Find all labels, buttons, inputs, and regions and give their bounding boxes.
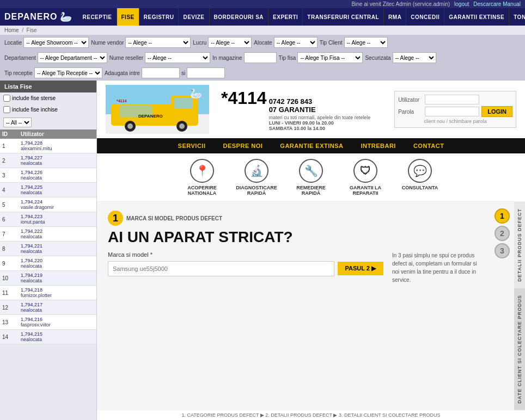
login-user-input[interactable] (425, 95, 479, 104)
site-nav-item-intrebari[interactable]: INTREBARI (352, 138, 405, 153)
nav-item-receptie[interactable]: RECEPTIE (78, 8, 117, 26)
all-select[interactable]: -- All -- (3, 118, 32, 127)
logo: DEPANERO 🦢 (4, 11, 72, 23)
row-index: 7 (2, 231, 19, 237)
filter-adaugata: Adaugata intre si (105, 67, 225, 78)
row-id-link[interactable]: 1,794,223 (21, 214, 42, 219)
row-id-link[interactable]: 1,794,219 (21, 273, 42, 278)
filter-in-magazine-input[interactable] (244, 52, 277, 63)
table-row[interactable]: 2 1,794,227 nealocata (0, 153, 96, 168)
filter-departament-select[interactable]: -- Alege Departament -- (38, 52, 107, 63)
left-panel: Lista Fise include fise sterse include f… (0, 81, 97, 420)
filter-lucru-label: Lucru (193, 40, 206, 46)
row-id-link[interactable]: 1,794,215 (21, 331, 42, 337)
login-pass-input[interactable] (425, 107, 479, 116)
svg-text:DEPANERO: DEPANERO (138, 114, 163, 119)
filter-tip-fisa-label: Tip fisa (279, 55, 296, 61)
include-inchise-check[interactable]: include fise inchise (3, 106, 58, 113)
step-circle-3: 3 (495, 243, 510, 258)
site-nav-item-garantie-extinsa[interactable]: GARANTIE EXTINSA (271, 138, 352, 153)
service-icon-circle: 💬 (408, 159, 432, 183)
row-id-link[interactable]: 1,794,228 (21, 140, 42, 146)
row-id-link[interactable]: 1,794,225 (21, 184, 42, 190)
filter-num-vendor-select[interactable]: -- Alege -- (125, 37, 191, 48)
service-icon-item: 🛡 GARANTII LAREPARATII (344, 159, 387, 196)
table-row[interactable]: 5 1,794,224 vasile.dragomir (0, 197, 96, 212)
table-row[interactable]: 14 1,794,215 nealocata (0, 330, 96, 344)
row-user-text: furnizor.plotter (21, 293, 52, 298)
table-row[interactable]: 13 1,794,216 fasprosv.viitor (0, 315, 96, 330)
filter-tip-client-select[interactable]: -- Alege -- (344, 37, 388, 48)
step-headline: AI UN APARAT STRICAT? (108, 229, 479, 246)
nav-item-experti[interactable]: EXPERTI (268, 8, 303, 26)
filter-num-reseller: Nume reseller -- Alege -- (109, 52, 210, 63)
nav-item-fise[interactable]: FISE (117, 8, 139, 26)
nav-item-transferuri central[interactable]: TRANSFERURI CENTRAL (303, 8, 384, 26)
row-id-link[interactable]: 1,794,216 (21, 317, 42, 322)
nav-item-devize[interactable]: DEVIZE (179, 8, 209, 26)
manual-link[interactable]: Descarcare Manual (473, 1, 521, 7)
row-id-link[interactable]: 1,794,217 (21, 302, 42, 307)
filter-si-label: si (181, 70, 185, 76)
service-icon-circle: 🔧 (299, 159, 323, 183)
table-header: ID Utilizator (0, 129, 96, 139)
row-user-text: nealocata (21, 263, 42, 269)
filter-alocate-select[interactable]: -- Alege -- (274, 37, 318, 48)
table-row[interactable]: 1 1,794,228 alexamini.mitu (0, 139, 96, 153)
table-row[interactable]: 9 1,794,220 nealocata (0, 256, 96, 271)
site-nav-item-servicii[interactable]: SERVICII (169, 138, 215, 153)
table-row[interactable]: 11 1,794,218 furnizor.plotter (0, 286, 96, 300)
marca-input[interactable] (108, 261, 334, 276)
filter-num-vendor: Nume vendor -- Alege -- (91, 37, 191, 48)
filter-securizata-select[interactable]: -- Alege -- (393, 52, 436, 63)
table-row[interactable]: 6 1,794,223 ionut.panta (0, 212, 96, 227)
include-sterse-check[interactable]: include fise sterse (3, 95, 56, 102)
table-row[interactable]: 7 1,794,222 nealocata (0, 227, 96, 242)
svg-point-5 (127, 123, 133, 129)
row-id-link[interactable]: 1,794,224 (21, 199, 42, 205)
include-sterse-checkbox[interactable] (3, 95, 10, 102)
login-button[interactable]: LOGIN (481, 106, 512, 117)
row-index: 5 (2, 202, 19, 208)
filter-lucru-select[interactable]: -- Alege -- (208, 37, 252, 48)
nav-item-toner[interactable]: TONER (509, 8, 525, 26)
filter-tip-client: Tip Client -- Alege -- (320, 37, 388, 48)
row-id-link[interactable]: 1,794,221 (21, 243, 42, 249)
filter-adaugata-to[interactable] (187, 67, 225, 78)
row-id-link[interactable]: 1,794,226 (21, 170, 42, 175)
filter-num-reseller-select[interactable]: -- Alege -- (145, 52, 210, 63)
site-nav-item-contact[interactable]: CONTACT (405, 138, 453, 153)
lista-fise-title: Lista Fise (4, 83, 32, 90)
nav-item-borderouri sa[interactable]: BORDEROURI SA (210, 8, 269, 26)
service-icon-label: ACOPERIRENATIONALA (187, 185, 217, 196)
logout-link[interactable]: logout (454, 1, 469, 7)
filter-tip-fisa-select[interactable]: -- Alege Tip Fisa -- (297, 52, 363, 63)
filter-adaugata-from[interactable] (142, 67, 180, 78)
row-content: 1,794,218 furnizor.plotter (21, 287, 94, 298)
row-id-link[interactable]: 1,794,218 (21, 287, 42, 293)
step-desc: In 3 pasi simplu ne spui ce produs defec… (392, 251, 479, 284)
table-row[interactable]: 8 1,794,221 nealocata (0, 242, 96, 256)
logo-icon: 🦢 (60, 11, 72, 23)
row-content: 1,794,224 vasile.dragomir (21, 199, 94, 210)
filter-tip-receptie-select[interactable]: -- Alege Tip Receptie -- (34, 67, 102, 78)
filter-locatie-select[interactable]: -- Alege Showroom -- (23, 37, 89, 48)
nav-item-garantii extinse[interactable]: GARANTII EXTINSE (444, 8, 509, 26)
table-row[interactable]: 3 1,794,226 nealocata (0, 168, 96, 183)
include-inchise-checkbox[interactable] (3, 106, 10, 113)
table-row[interactable]: 12 1,794,217 nealocata (0, 300, 96, 315)
site-nav-item-despre-noi[interactable]: DESPRE NOI (214, 138, 271, 153)
nav-item-rma[interactable]: RMA (384, 8, 406, 26)
nav-item-concedii[interactable]: CONCEDII (406, 8, 444, 26)
table-row[interactable]: 10 1,794,219 nealocata (0, 271, 96, 286)
nav-item-registru[interactable]: REGISTRU (139, 8, 179, 26)
row-id-link[interactable]: 1,794,227 (21, 155, 42, 160)
row-id-link[interactable]: 1,794,220 (21, 258, 42, 263)
row-id-link[interactable]: 1,794,222 (21, 228, 42, 234)
filter-tip-client-label: Tip Client (320, 40, 343, 46)
step-subtitle: MARCA SI MODEL PRODUS DEFECT (126, 215, 222, 221)
table-row[interactable]: 4 1,794,225 nealocata (0, 183, 96, 197)
pasul-button[interactable]: PASUL 2 ▶ (338, 262, 384, 275)
row-user-text: fasprosv.viitor (21, 322, 51, 328)
breadcrumb-home[interactable]: Home (4, 27, 19, 33)
